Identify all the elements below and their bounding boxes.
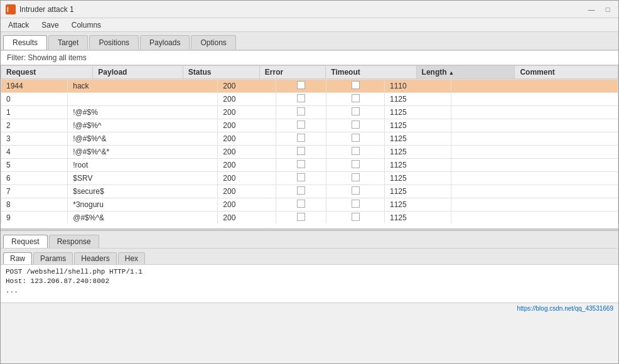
col-header-payload[interactable]: Payload: [93, 66, 183, 79]
cell-error: [276, 172, 326, 185]
cell-payload: !@#$%: [68, 106, 218, 119]
tab-results[interactable]: Results: [3, 35, 47, 50]
cell-error-checkbox[interactable]: [297, 147, 305, 155]
cell-comment: [451, 159, 618, 172]
cell-error-checkbox[interactable]: [297, 120, 305, 129]
cell-error: [276, 185, 326, 198]
cell-error-checkbox[interactable]: [297, 200, 305, 208]
cell-length: 1125: [385, 211, 451, 224]
cell-error-checkbox[interactable]: [297, 134, 305, 142]
cell-request: 4: [1, 146, 68, 159]
cell-timeout: [326, 119, 385, 132]
cell-request: 7: [1, 185, 68, 198]
menu-attack[interactable]: Attack: [3, 19, 34, 31]
cell-request: 9: [1, 211, 68, 224]
cell-length: 1125: [385, 198, 451, 211]
cell-status: 200: [218, 119, 276, 132]
cell-length: 1125: [385, 146, 451, 159]
table-row[interactable]: 3!@#$%^&2001125: [1, 132, 618, 146]
col-header-status[interactable]: Status: [183, 66, 259, 79]
cell-timeout-checkbox[interactable]: [352, 107, 360, 115]
col-header-length[interactable]: Length▲: [416, 66, 515, 79]
cell-payload: @#$%^&: [68, 211, 218, 224]
cell-timeout: [326, 146, 385, 159]
sub-tab-params[interactable]: Params: [33, 252, 73, 264]
sub-tab-bar: Raw Params Headers Hex: [1, 249, 618, 265]
col-header-error[interactable]: Error: [259, 66, 325, 79]
table-row[interactable]: 02001125: [1, 93, 618, 106]
cell-request: 5: [1, 159, 68, 172]
cell-timeout-checkbox[interactable]: [352, 81, 360, 89]
table-row[interactable]: 8*3noguru2001125: [1, 198, 618, 211]
cell-timeout-checkbox[interactable]: [352, 213, 360, 221]
cell-request: 6: [1, 172, 68, 185]
cell-comment: [451, 93, 618, 106]
results-area: Request Payload Status Error Timeout Len…: [1, 65, 618, 228]
cell-error-checkbox[interactable]: [297, 160, 305, 168]
col-header-request[interactable]: Request: [1, 66, 93, 79]
cell-request: 1: [1, 106, 68, 119]
menu-save[interactable]: Save: [36, 19, 63, 31]
cell-payload: $secure$: [68, 185, 218, 198]
table-row[interactable]: 1!@#$%2001125: [1, 106, 618, 119]
results-table: Request Payload Status Error Timeout Len…: [1, 65, 618, 79]
title-bar: I Intruder attack 1 — □: [1, 1, 618, 18]
col-header-timeout[interactable]: Timeout: [326, 66, 416, 79]
sub-tab-hex[interactable]: Hex: [118, 252, 145, 264]
cell-error-checkbox[interactable]: [297, 94, 305, 102]
tab-response[interactable]: Response: [49, 235, 99, 248]
menu-columns[interactable]: Columns: [67, 19, 106, 31]
cell-status: 200: [218, 198, 276, 211]
results-table-body: 1944hack2001110020011251!@#$%20011252!@#…: [1, 79, 618, 223]
table-body: 1944hack2001110020011251!@#$%20011252!@#…: [1, 80, 618, 224]
cell-error-checkbox[interactable]: [297, 173, 305, 181]
cell-error: [276, 198, 326, 211]
table-row[interactable]: 7$secure$2001125: [1, 185, 618, 198]
tab-target[interactable]: Target: [48, 35, 88, 50]
table-row[interactable]: 5!root2001125: [1, 159, 618, 172]
cell-error: [276, 119, 326, 132]
tab-request[interactable]: Request: [3, 235, 48, 248]
cell-timeout: [326, 80, 385, 93]
cell-request: 3: [1, 132, 68, 146]
cell-error: [276, 93, 326, 106]
cell-timeout-checkbox[interactable]: [352, 120, 360, 129]
table-row[interactable]: 4!@#$%^&*2001125: [1, 146, 618, 159]
cell-error-checkbox[interactable]: [297, 213, 305, 221]
maximize-button[interactable]: □: [602, 4, 613, 15]
cell-comment: [451, 172, 618, 185]
bottom-tab-bar: Request Response: [1, 231, 618, 249]
table-body-wrapper: 1944hack2001110020011251!@#$%20011252!@#…: [1, 79, 618, 223]
cell-timeout-checkbox[interactable]: [352, 94, 360, 102]
cell-error-checkbox[interactable]: [297, 81, 305, 89]
cell-length: 1110: [385, 80, 451, 93]
cell-timeout-checkbox[interactable]: [352, 173, 360, 181]
cell-timeout-checkbox[interactable]: [352, 147, 360, 155]
cell-request: 2: [1, 119, 68, 132]
table-row[interactable]: 1944hack2001110: [1, 80, 618, 93]
cell-timeout-checkbox[interactable]: [352, 200, 360, 208]
tab-options[interactable]: Options: [191, 35, 235, 50]
cell-length: 1125: [385, 119, 451, 132]
cell-error-checkbox[interactable]: [297, 107, 305, 115]
table-row[interactable]: 2!@#$%^2001125: [1, 119, 618, 132]
cell-timeout: [326, 93, 385, 106]
cell-payload: hack: [68, 80, 218, 93]
table-row[interactable]: 9@#$%^&2001125: [1, 211, 618, 224]
status-link: https://blog.csdn.net/qq_43531669: [517, 305, 613, 312]
tab-payloads[interactable]: Payloads: [140, 35, 190, 50]
cell-timeout: [326, 172, 385, 185]
sub-tab-raw[interactable]: Raw: [3, 252, 32, 264]
cell-payload: $SRV: [68, 172, 218, 185]
cell-error-checkbox[interactable]: [297, 186, 305, 195]
bottom-panel: Request Response Raw Params Headers Hex …: [1, 231, 618, 302]
cell-timeout-checkbox[interactable]: [352, 134, 360, 142]
col-header-comment[interactable]: Comment: [515, 66, 618, 79]
table-row[interactable]: 6$SRV2001125: [1, 172, 618, 185]
sub-tab-headers[interactable]: Headers: [74, 252, 116, 264]
title-bar-controls: — □: [586, 4, 613, 15]
cell-timeout-checkbox[interactable]: [352, 160, 360, 168]
cell-timeout-checkbox[interactable]: [352, 186, 360, 195]
tab-positions[interactable]: Positions: [89, 35, 139, 50]
minimize-button[interactable]: —: [586, 4, 597, 15]
